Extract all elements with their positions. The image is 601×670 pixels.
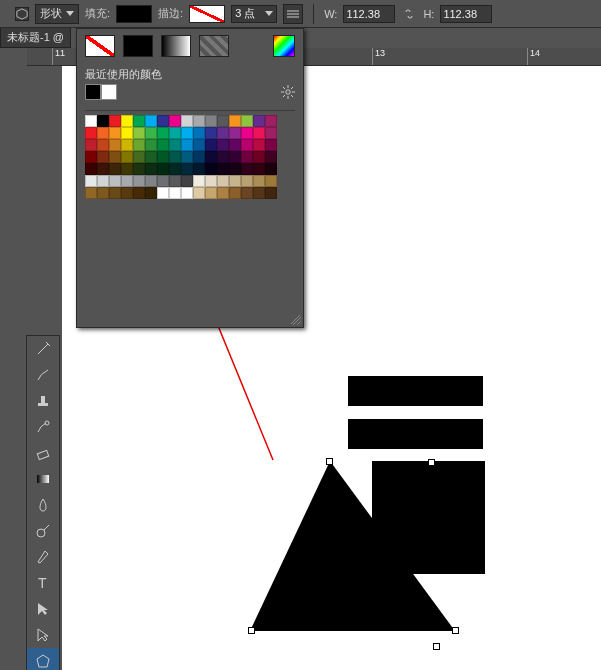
selection-handle[interactable] xyxy=(433,643,440,650)
color-swatch[interactable] xyxy=(121,139,133,151)
color-swatch[interactable] xyxy=(169,115,181,127)
color-swatch[interactable] xyxy=(181,127,193,139)
color-swatch[interactable] xyxy=(145,175,157,187)
color-swatch[interactable] xyxy=(181,115,193,127)
brush-tool[interactable] xyxy=(27,362,59,388)
color-swatch[interactable] xyxy=(109,139,121,151)
color-swatch[interactable] xyxy=(253,139,265,151)
color-swatch[interactable] xyxy=(157,127,169,139)
color-swatch[interactable] xyxy=(229,127,241,139)
color-swatch[interactable] xyxy=(109,187,121,199)
color-swatch[interactable] xyxy=(97,175,109,187)
color-swatch[interactable] xyxy=(121,187,133,199)
color-swatch[interactable] xyxy=(205,151,217,163)
color-swatch[interactable] xyxy=(121,151,133,163)
color-swatch[interactable] xyxy=(133,127,145,139)
color-swatch[interactable] xyxy=(181,163,193,175)
color-swatch[interactable] xyxy=(217,151,229,163)
color-swatch[interactable] xyxy=(193,127,205,139)
color-swatch[interactable] xyxy=(205,115,217,127)
color-swatch[interactable] xyxy=(133,139,145,151)
path-select-tool[interactable] xyxy=(27,596,59,622)
color-swatch[interactable] xyxy=(145,127,157,139)
color-swatch[interactable] xyxy=(121,175,133,187)
color-swatch[interactable] xyxy=(205,187,217,199)
color-swatch[interactable] xyxy=(181,151,193,163)
color-swatch[interactable] xyxy=(265,139,277,151)
color-swatch[interactable] xyxy=(169,151,181,163)
color-swatch[interactable] xyxy=(193,175,205,187)
color-swatch[interactable] xyxy=(205,175,217,187)
resize-grip-icon[interactable] xyxy=(291,315,301,325)
color-swatch[interactable] xyxy=(109,175,121,187)
color-picker-button[interactable] xyxy=(273,35,295,57)
color-swatch[interactable] xyxy=(97,151,109,163)
stroke-options-button[interactable] xyxy=(283,4,303,24)
healing-brush-tool[interactable] xyxy=(27,336,59,362)
color-swatch[interactable] xyxy=(169,175,181,187)
type-tool[interactable]: T xyxy=(27,570,59,596)
color-swatch[interactable] xyxy=(229,151,241,163)
color-swatch[interactable] xyxy=(241,127,253,139)
tool-preset-icon[interactable] xyxy=(15,7,29,21)
color-swatch[interactable] xyxy=(157,187,169,199)
color-swatch[interactable] xyxy=(229,187,241,199)
polygon-tool[interactable] xyxy=(27,648,59,670)
fill-swatch-button[interactable] xyxy=(116,5,152,23)
color-swatch[interactable] xyxy=(121,127,133,139)
color-swatch[interactable] xyxy=(169,187,181,199)
height-input[interactable] xyxy=(440,5,492,23)
color-swatch[interactable] xyxy=(145,163,157,175)
color-swatch[interactable] xyxy=(85,163,97,175)
color-swatch[interactable] xyxy=(265,151,277,163)
color-swatch[interactable] xyxy=(169,127,181,139)
color-swatch[interactable] xyxy=(241,115,253,127)
stroke-weight-input[interactable] xyxy=(235,8,261,20)
color-swatch[interactable] xyxy=(241,175,253,187)
color-swatch[interactable] xyxy=(217,115,229,127)
color-swatch[interactable] xyxy=(229,139,241,151)
color-swatch[interactable] xyxy=(157,163,169,175)
color-swatch[interactable] xyxy=(109,115,121,127)
width-input[interactable] xyxy=(343,5,395,23)
color-swatch[interactable] xyxy=(145,151,157,163)
dodge-tool[interactable] xyxy=(27,518,59,544)
color-swatch[interactable] xyxy=(133,151,145,163)
rectangle-shape[interactable] xyxy=(348,419,483,449)
color-swatch[interactable] xyxy=(205,139,217,151)
color-swatch[interactable] xyxy=(253,187,265,199)
color-swatch[interactable] xyxy=(241,187,253,199)
color-swatch[interactable] xyxy=(85,139,97,151)
color-swatch[interactable] xyxy=(217,139,229,151)
color-swatch[interactable] xyxy=(217,187,229,199)
color-swatch[interactable] xyxy=(265,127,277,139)
triangle-shape[interactable] xyxy=(250,461,455,631)
shape-mode-select[interactable]: 形状 xyxy=(35,4,79,24)
color-swatch[interactable] xyxy=(193,139,205,151)
no-fill-button[interactable] xyxy=(85,35,115,57)
stroke-weight-field[interactable] xyxy=(231,5,277,23)
color-swatch[interactable] xyxy=(85,187,97,199)
color-swatch[interactable] xyxy=(145,187,157,199)
selection-handle[interactable] xyxy=(452,627,459,634)
color-swatch[interactable] xyxy=(133,115,145,127)
color-swatch[interactable] xyxy=(205,127,217,139)
color-swatch[interactable] xyxy=(217,175,229,187)
color-swatch[interactable] xyxy=(121,115,133,127)
color-swatch[interactable] xyxy=(85,151,97,163)
blur-tool[interactable] xyxy=(27,492,59,518)
color-swatch[interactable] xyxy=(265,115,277,127)
gradient-fill-button[interactable] xyxy=(161,35,191,57)
color-swatch[interactable] xyxy=(253,115,265,127)
solid-fill-button[interactable] xyxy=(123,35,153,57)
color-swatch[interactable] xyxy=(169,163,181,175)
color-swatch[interactable] xyxy=(265,175,277,187)
color-swatch[interactable] xyxy=(97,187,109,199)
color-swatch[interactable] xyxy=(121,163,133,175)
color-swatch[interactable] xyxy=(181,139,193,151)
color-swatch[interactable] xyxy=(97,139,109,151)
recent-swatch[interactable] xyxy=(85,84,101,100)
color-swatch[interactable] xyxy=(229,115,241,127)
color-swatch[interactable] xyxy=(109,127,121,139)
stamp-tool[interactable] xyxy=(27,388,59,414)
